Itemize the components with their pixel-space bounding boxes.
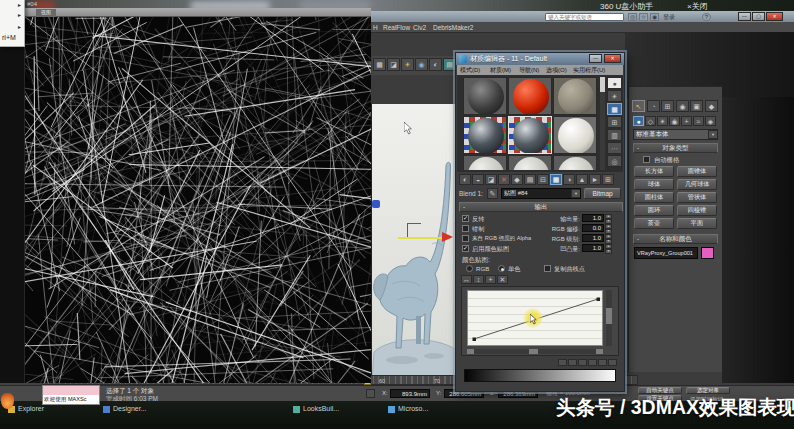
me-menu-item[interactable]: 导航(N): [519, 67, 539, 74]
me-menu-item[interactable]: 模式(D): [460, 67, 480, 74]
material-sample-slot[interactable]: [463, 155, 507, 170]
toolbar-icon-3[interactable]: ☀: [401, 58, 414, 71]
wireframe-viewport[interactable]: [0, 17, 371, 383]
background-icon[interactable]: ▦: [607, 103, 622, 115]
perspective-viewport[interactable]: [371, 104, 459, 383]
rgb-level-spinner[interactable]: ▲▼: [605, 234, 612, 242]
select-by-material-icon[interactable]: ◎: [607, 155, 622, 167]
primitive-button-tube[interactable]: 管状体: [677, 192, 717, 203]
selection-lock-toggle[interactable]: [366, 389, 375, 398]
curve-pan-icon[interactable]: [558, 359, 567, 366]
me-close-button[interactable]: ✕: [604, 54, 621, 63]
me-slot-scrollbar[interactable]: [600, 77, 605, 170]
taskbar-item[interactable]: Microso...: [398, 405, 428, 413]
object-color-swatch[interactable]: [701, 247, 714, 259]
rgb-offset-spinner[interactable]: ▲▼: [605, 224, 612, 232]
make-unique-icon[interactable]: ◆: [511, 174, 523, 185]
me-menu-item[interactable]: 材质(M): [490, 67, 511, 74]
add-point-icon[interactable]: +: [485, 275, 496, 284]
curve-extents-icon[interactable]: [598, 359, 607, 366]
me-menu-item[interactable]: 实用程序(U): [573, 67, 605, 74]
category-lights-icon[interactable]: ☀: [657, 116, 668, 126]
material-sample-slot[interactable]: [463, 77, 507, 115]
material-sample-slot[interactable]: [553, 77, 597, 115]
get-material-icon[interactable]: ◐: [459, 174, 471, 185]
taskbar-item[interactable]: Designer...: [113, 405, 146, 413]
curve-zoom-h-icon[interactable]: [578, 359, 587, 366]
window-maximize-button[interactable]: ▢: [752, 12, 765, 21]
category-spacewarps-icon[interactable]: ≈: [693, 116, 704, 126]
taskbar-item[interactable]: Explorer: [18, 405, 44, 413]
primitive-button-cylinder[interactable]: 圆柱体: [634, 192, 674, 203]
primitive-button-pyramid[interactable]: 四棱锥: [677, 205, 717, 216]
user-icon[interactable]: ◉: [650, 13, 659, 21]
sample-tiling-icon[interactable]: ⊞: [607, 116, 622, 128]
left-panel-tab[interactable]: 视图: [36, 9, 56, 17]
toolbar-icon-1[interactable]: ▦: [373, 58, 386, 71]
toolbar-icon-4[interactable]: ◉: [415, 58, 428, 71]
tab-utilities[interactable]: ◆: [705, 100, 718, 112]
taskbar-item[interactable]: LooksBuil...: [303, 405, 339, 413]
primitive-button-teapot[interactable]: 茶壶: [634, 218, 674, 229]
options-icon[interactable]: ⋯: [607, 142, 622, 154]
show-end-result-icon[interactable]: ◑: [563, 174, 575, 185]
me-minimize-button[interactable]: —: [589, 54, 602, 63]
chevron-down-icon[interactable]: ▼: [571, 189, 581, 198]
material-name-dropdown[interactable]: 贴图 #84 ▼: [501, 188, 581, 199]
material-sample-slot[interactable]: [553, 155, 597, 170]
menu-item[interactable]: H: [373, 24, 378, 32]
put-material-icon[interactable]: ◒: [472, 174, 484, 185]
menu-item[interactable]: DebrisMaker2: [433, 24, 473, 32]
scale-point-icon[interactable]: ↕: [473, 275, 484, 284]
autogrid-checkbox[interactable]: [643, 156, 650, 163]
put-to-library-icon[interactable]: ▤: [524, 174, 536, 185]
gizmo-x-arrow[interactable]: [442, 232, 453, 242]
maxscript-mini-listener[interactable]: 欢迎使用 MAXSc: [42, 385, 100, 405]
move-point-icon[interactable]: ↔: [461, 275, 472, 284]
material-id-icon[interactable]: ⊟: [537, 174, 549, 185]
primitive-button-box[interactable]: 长方体: [634, 166, 674, 177]
star-icon[interactable]: ☆: [639, 13, 648, 21]
go-forward-icon[interactable]: ►: [589, 174, 601, 185]
tab-create[interactable]: ↖: [632, 100, 645, 112]
curve-point[interactable]: [597, 298, 601, 302]
curve-vscrollbar[interactable]: [606, 290, 612, 346]
material-sample-slot[interactable]: [508, 155, 552, 170]
pick-color-icon[interactable]: ✎: [487, 188, 498, 199]
curve-graph[interactable]: [467, 290, 603, 346]
listener-macro-pane[interactable]: [43, 386, 99, 395]
clamp-checkbox[interactable]: [462, 225, 469, 232]
window-minimize-button[interactable]: —: [738, 12, 751, 21]
primitive-button-cone[interactable]: 圆锥体: [677, 166, 717, 177]
me-menu-item[interactable]: 选项(O): [546, 67, 567, 74]
sample-type-icon[interactable]: ●: [607, 77, 622, 89]
category-systems-icon[interactable]: ◈: [705, 116, 716, 126]
curve-zoom-v-icon[interactable]: [588, 359, 597, 366]
chevron-down-icon[interactable]: ▼: [708, 130, 718, 139]
object-type-rollout-header[interactable]: - 对象类型: [633, 143, 718, 153]
signin-label[interactable]: 登录: [663, 14, 675, 21]
tab-motion[interactable]: ◉: [676, 100, 689, 112]
coord-x-field[interactable]: 893.9mm: [390, 389, 430, 398]
curve-zoom-icon[interactable]: [568, 359, 577, 366]
toolbar-icon-5[interactable]: ◐: [429, 58, 442, 71]
alpha-from-rgb-checkbox[interactable]: [462, 235, 469, 242]
object-name-field[interactable]: VRayProxy_Group001: [634, 247, 698, 259]
primitive-button-torus[interactable]: 圆环: [634, 205, 674, 216]
material-type-button[interactable]: Bitmap: [584, 188, 621, 199]
toolbar-icon-2[interactable]: ◪: [387, 58, 400, 71]
mono-radio[interactable]: [498, 265, 505, 272]
tab-display[interactable]: ▣: [690, 100, 703, 112]
primitive-category-dropdown[interactable]: 标准基本体 ▼: [633, 129, 718, 140]
window-close-button[interactable]: ✕: [766, 12, 783, 21]
curve-region-icon[interactable]: [608, 359, 617, 366]
rgb-radio[interactable]: [466, 265, 473, 272]
bump-amount-field[interactable]: 1.0: [582, 244, 604, 252]
curve-hscrollbar[interactable]: [467, 349, 603, 354]
menu-item[interactable]: Civ2: [413, 24, 426, 32]
video-color-check-icon[interactable]: ▥: [607, 129, 622, 141]
delete-point-icon[interactable]: ✕: [497, 275, 508, 284]
material-sample-slot[interactable]: [508, 77, 552, 115]
reset-map-icon[interactable]: ✕: [498, 174, 510, 185]
rgb-level-field[interactable]: 1.0: [582, 234, 604, 242]
